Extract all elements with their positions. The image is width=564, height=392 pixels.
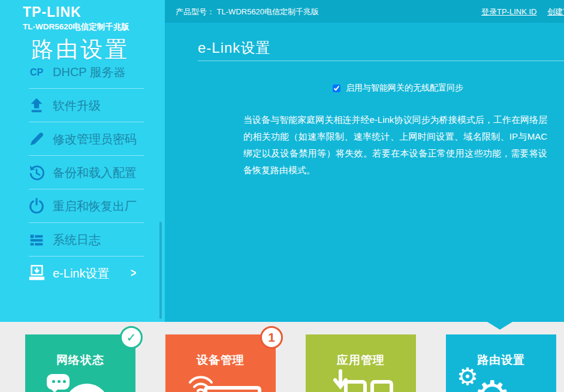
power-icon: [26, 196, 47, 216]
login-tplink-id-link[interactable]: 登录TP-LINK ID: [481, 7, 536, 16]
sidebar-item-elink-settings[interactable]: e-Link设置 >: [0, 257, 165, 290]
tab-label: 设备管理: [165, 352, 276, 368]
history-icon: [26, 162, 47, 183]
sidebar-item-firmware-upgrade[interactable]: 软件升级: [0, 89, 165, 122]
active-tab-pointer-icon: [487, 322, 512, 330]
bottom-nav: 网络状态 设备管理 应用管理 路由设置 ⚙ ⚙: [0, 322, 564, 392]
sidebar-item-label: 备份和载入配置: [53, 165, 137, 181]
account-links: 登录TP-LINK ID 创建TP-LINK ID: [481, 7, 564, 17]
device-count-badge: 1: [260, 326, 283, 349]
tp-link-logo: TP-LINK: [23, 4, 129, 20]
log-list-icon: [26, 230, 47, 250]
status-ok-badge: ✓: [120, 326, 143, 349]
elink-description: 当设备与智能家庭网关相连并经e-Link协议同步为桥接模式后，工作在网络层的相关…: [243, 111, 547, 179]
check-icon: ✓: [126, 330, 137, 345]
tab-label: 网络状态: [25, 352, 135, 368]
brand: TP-LINK TL-WDR5620电信定制千兆版: [23, 4, 129, 32]
sidebar-item-backup-restore[interactable]: 备份和载入配置: [0, 156, 165, 189]
page-title: e-Link设置: [198, 38, 270, 58]
sidebar-scrollbar-thumb[interactable]: [159, 222, 162, 319]
upload-icon: [26, 95, 47, 116]
sidebar-item-reboot-factory-reset[interactable]: 重启和恢复出厂: [0, 189, 165, 223]
sidebar-title: 路由设置: [31, 35, 129, 65]
app-square-icon: [370, 380, 393, 392]
chat-bubble-icon: [47, 374, 70, 390]
sidebar: TP-LINK TL-WDR5620电信定制千兆版 路由设置 CP DHCP 服…: [0, 0, 165, 322]
create-tplink-id-link[interactable]: 创建TP-LINK ID: [547, 7, 564, 16]
sidebar-item-label: e-Link设置: [53, 266, 109, 282]
monitor-icon: [204, 386, 261, 392]
sidebar-item-system-log[interactable]: 系统日志: [0, 223, 165, 257]
tab-router-settings[interactable]: 路由设置 ⚙ ⚙: [446, 334, 556, 392]
enable-sync-checkbox[interactable]: [333, 85, 340, 92]
sidebar-item-label: 软件升级: [53, 98, 101, 114]
main-content: e-Link设置 启用与智能网关的无线配置同步 当设备与智能家庭网关相连并经e-…: [165, 23, 564, 322]
elink-icon: [26, 263, 47, 284]
sidebar-menu: CP DHCP 服务器 软件升级 修改管理员密码: [0, 67, 165, 290]
scrolled-item-clip: CP DHCP 服务器: [0, 67, 165, 89]
app-square-icon: [344, 380, 367, 392]
sidebar-item-dhcp-server[interactable]: CP DHCP 服务器: [0, 67, 165, 89]
sync-option-row: 启用与智能网关的无线配置同步: [333, 83, 463, 94]
sidebar-item-label: 重启和恢复出厂: [53, 198, 137, 215]
gear-icon: ⚙: [473, 375, 511, 392]
badge-count-value: 1: [268, 330, 275, 345]
tab-network-status[interactable]: 网络状态: [25, 334, 135, 392]
dhcp-icon: CP: [26, 67, 47, 82]
pencil-icon: [26, 129, 47, 149]
product-model-label: 产品型号： TL-WDR5620电信定制千兆版: [176, 7, 319, 17]
sidebar-item-change-admin-password[interactable]: 修改管理员密码: [0, 122, 165, 156]
sidebar-item-label: 系统日志: [53, 232, 101, 248]
globe-icon: [65, 384, 109, 392]
sidebar-item-label: 修改管理员密码: [53, 131, 137, 147]
tab-device-management[interactable]: 设备管理: [165, 334, 276, 392]
enable-sync-label: 启用与智能网关的无线配置同步: [346, 83, 463, 94]
heading-divider: [198, 61, 564, 61]
chevron-right-icon: >: [131, 266, 136, 280]
sidebar-item-label: DHCP 服务器: [53, 67, 126, 80]
topbar: 产品型号： TL-WDR5620电信定制千兆版 登录TP-LINK ID 创建T…: [165, 0, 564, 23]
router-model: TL-WDR5620电信定制千兆版: [23, 22, 129, 32]
tab-app-management[interactable]: 应用管理: [306, 334, 416, 392]
tab-label: 应用管理: [306, 352, 416, 368]
